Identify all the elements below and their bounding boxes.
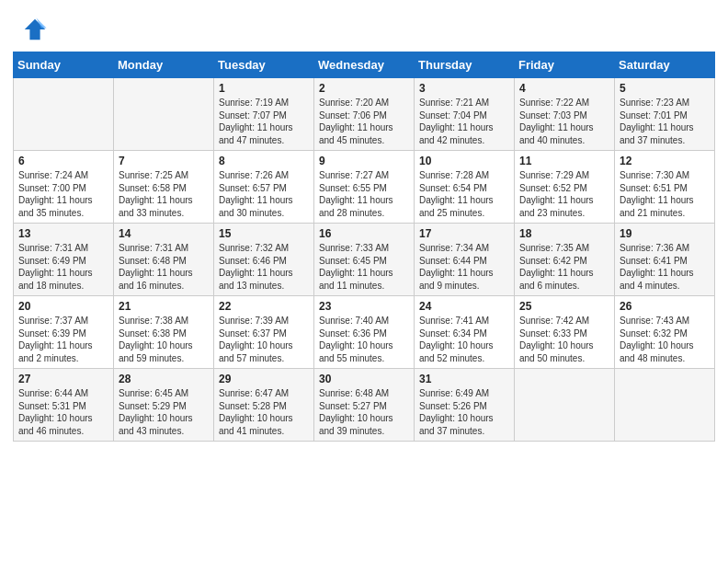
day-number: 21 xyxy=(119,300,209,313)
day-number: 25 xyxy=(519,300,609,313)
day-info: Sunrise: 6:47 AMSunset: 5:28 PMDaylight:… xyxy=(219,387,309,437)
calendar-cell: 4Sunrise: 7:22 AMSunset: 7:03 PMDaylight… xyxy=(515,78,615,151)
day-info: Sunrise: 7:39 AMSunset: 6:37 PMDaylight:… xyxy=(219,315,309,364)
day-info: Sunrise: 7:43 AMSunset: 6:32 PMDaylight:… xyxy=(620,315,710,364)
calendar-week-row: 13Sunrise: 7:31 AMSunset: 6:49 PMDayligh… xyxy=(14,224,715,296)
calendar-cell: 12Sunrise: 7:30 AMSunset: 6:51 PMDayligh… xyxy=(615,151,715,224)
day-number: 9 xyxy=(319,155,409,167)
day-number: 18 xyxy=(519,227,609,240)
calendar-cell: 21Sunrise: 7:38 AMSunset: 6:38 PMDayligh… xyxy=(114,296,214,369)
calendar-cell: 8Sunrise: 7:26 AMSunset: 6:57 PMDaylight… xyxy=(214,151,314,224)
calendar-cell: 2Sunrise: 7:20 AMSunset: 7:06 PMDaylight… xyxy=(314,78,415,151)
calendar-cell: 6Sunrise: 7:24 AMSunset: 7:00 PMDaylight… xyxy=(14,151,114,224)
day-info: Sunrise: 7:41 AMSunset: 6:34 PMDaylight:… xyxy=(419,315,509,364)
day-info: Sunrise: 7:32 AMSunset: 6:46 PMDaylight:… xyxy=(219,242,309,292)
day-number: 14 xyxy=(119,227,209,240)
calendar-cell: 1Sunrise: 7:19 AMSunset: 7:07 PMDaylight… xyxy=(214,78,314,151)
logo-icon xyxy=(22,17,48,42)
day-number: 30 xyxy=(319,373,409,385)
day-info: Sunrise: 7:31 AMSunset: 6:49 PMDaylight:… xyxy=(18,242,108,292)
calendar-cell xyxy=(615,369,715,442)
day-info: Sunrise: 7:30 AMSunset: 6:51 PMDaylight:… xyxy=(620,169,710,219)
day-number: 22 xyxy=(219,300,309,313)
day-number: 1 xyxy=(219,82,309,95)
day-info: Sunrise: 7:24 AMSunset: 7:00 PMDaylight:… xyxy=(18,169,108,219)
calendar-cell: 16Sunrise: 7:33 AMSunset: 6:45 PMDayligh… xyxy=(314,224,415,296)
calendar-week-row: 27Sunrise: 6:44 AMSunset: 5:31 PMDayligh… xyxy=(14,369,715,442)
calendar-cell xyxy=(114,78,214,151)
day-info: Sunrise: 7:40 AMSunset: 6:36 PMDaylight:… xyxy=(319,315,409,364)
day-number: 19 xyxy=(620,227,710,240)
calendar-body: 1Sunrise: 7:19 AMSunset: 7:07 PMDaylight… xyxy=(14,78,715,442)
calendar-cell: 23Sunrise: 7:40 AMSunset: 6:36 PMDayligh… xyxy=(314,296,415,369)
calendar-cell: 9Sunrise: 7:27 AMSunset: 6:55 PMDaylight… xyxy=(314,151,415,224)
calendar-table: SundayMondayTuesdayWednesdayThursdayFrid… xyxy=(13,52,715,442)
day-info: Sunrise: 7:25 AMSunset: 6:58 PMDaylight:… xyxy=(119,169,209,219)
day-number: 23 xyxy=(319,300,409,313)
calendar-cell: 14Sunrise: 7:31 AMSunset: 6:48 PMDayligh… xyxy=(114,224,214,296)
day-number: 27 xyxy=(18,373,108,385)
weekday-header: Thursday xyxy=(415,52,515,78)
day-number: 4 xyxy=(519,82,609,95)
calendar-week-row: 1Sunrise: 7:19 AMSunset: 7:07 PMDaylight… xyxy=(14,78,715,151)
day-number: 15 xyxy=(219,227,309,240)
weekday-header: Saturday xyxy=(615,52,715,78)
day-number: 6 xyxy=(18,155,108,167)
calendar-cell: 29Sunrise: 6:47 AMSunset: 5:28 PMDayligh… xyxy=(214,369,314,442)
day-info: Sunrise: 7:22 AMSunset: 7:03 PMDaylight:… xyxy=(519,97,609,146)
calendar-cell: 18Sunrise: 7:35 AMSunset: 6:42 PMDayligh… xyxy=(515,224,615,296)
weekday-header: Monday xyxy=(114,52,214,78)
day-info: Sunrise: 7:34 AMSunset: 6:44 PMDaylight:… xyxy=(419,242,509,292)
calendar-cell: 24Sunrise: 7:41 AMSunset: 6:34 PMDayligh… xyxy=(415,296,515,369)
calendar-week-row: 20Sunrise: 7:37 AMSunset: 6:39 PMDayligh… xyxy=(14,296,715,369)
calendar-cell: 17Sunrise: 7:34 AMSunset: 6:44 PMDayligh… xyxy=(415,224,515,296)
day-info: Sunrise: 7:23 AMSunset: 7:01 PMDaylight:… xyxy=(620,97,710,146)
day-number: 24 xyxy=(419,300,509,313)
calendar-cell: 30Sunrise: 6:48 AMSunset: 5:27 PMDayligh… xyxy=(314,369,415,442)
weekday-header: Friday xyxy=(515,52,615,78)
calendar-cell: 28Sunrise: 6:45 AMSunset: 5:29 PMDayligh… xyxy=(114,369,214,442)
day-number: 3 xyxy=(419,82,509,95)
calendar-cell: 3Sunrise: 7:21 AMSunset: 7:04 PMDaylight… xyxy=(415,78,515,151)
calendar-cell: 15Sunrise: 7:32 AMSunset: 6:46 PMDayligh… xyxy=(214,224,314,296)
day-info: Sunrise: 7:28 AMSunset: 6:54 PMDaylight:… xyxy=(419,169,509,219)
day-info: Sunrise: 7:31 AMSunset: 6:48 PMDaylight:… xyxy=(119,242,209,292)
calendar-cell: 11Sunrise: 7:29 AMSunset: 6:52 PMDayligh… xyxy=(515,151,615,224)
day-info: Sunrise: 7:36 AMSunset: 6:41 PMDaylight:… xyxy=(620,242,710,292)
day-number: 12 xyxy=(620,155,710,167)
calendar-cell: 10Sunrise: 7:28 AMSunset: 6:54 PMDayligh… xyxy=(415,151,515,224)
day-number: 2 xyxy=(319,82,409,95)
calendar-cell: 31Sunrise: 6:49 AMSunset: 5:26 PMDayligh… xyxy=(415,369,515,442)
day-info: Sunrise: 7:27 AMSunset: 6:55 PMDaylight:… xyxy=(319,169,409,219)
calendar-cell: 27Sunrise: 6:44 AMSunset: 5:31 PMDayligh… xyxy=(14,369,114,442)
day-info: Sunrise: 7:19 AMSunset: 7:07 PMDaylight:… xyxy=(219,97,309,146)
day-number: 5 xyxy=(620,82,710,95)
day-number: 29 xyxy=(219,373,309,385)
day-info: Sunrise: 6:45 AMSunset: 5:29 PMDaylight:… xyxy=(119,387,209,437)
calendar-wrapper: SundayMondayTuesdayWednesdayThursdayFrid… xyxy=(0,52,728,451)
day-info: Sunrise: 6:48 AMSunset: 5:27 PMDaylight:… xyxy=(319,387,409,437)
day-info: Sunrise: 6:44 AMSunset: 5:31 PMDaylight:… xyxy=(18,387,108,437)
weekday-header: Sunday xyxy=(14,52,114,78)
day-number: 26 xyxy=(620,300,710,313)
calendar-cell: 22Sunrise: 7:39 AMSunset: 6:37 PMDayligh… xyxy=(214,296,314,369)
day-number: 20 xyxy=(18,300,108,313)
day-info: Sunrise: 7:38 AMSunset: 6:38 PMDaylight:… xyxy=(119,315,209,364)
day-info: Sunrise: 7:33 AMSunset: 6:45 PMDaylight:… xyxy=(319,242,409,292)
calendar-cell xyxy=(515,369,615,442)
day-info: Sunrise: 7:35 AMSunset: 6:42 PMDaylight:… xyxy=(519,242,609,292)
calendar-cell: 5Sunrise: 7:23 AMSunset: 7:01 PMDaylight… xyxy=(615,78,715,151)
calendar-cell: 7Sunrise: 7:25 AMSunset: 6:58 PMDaylight… xyxy=(114,151,214,224)
weekday-header: Wednesday xyxy=(314,52,415,78)
day-number: 7 xyxy=(119,155,209,167)
day-number: 10 xyxy=(419,155,509,167)
day-number: 13 xyxy=(18,227,108,240)
calendar-cell: 20Sunrise: 7:37 AMSunset: 6:39 PMDayligh… xyxy=(14,296,114,369)
day-number: 16 xyxy=(319,227,409,240)
day-number: 11 xyxy=(519,155,609,167)
calendar-cell xyxy=(14,78,114,151)
logo xyxy=(22,17,51,42)
day-info: Sunrise: 7:37 AMSunset: 6:39 PMDaylight:… xyxy=(18,315,108,364)
svg-marker-0 xyxy=(25,19,45,40)
weekday-header: Tuesday xyxy=(214,52,314,78)
